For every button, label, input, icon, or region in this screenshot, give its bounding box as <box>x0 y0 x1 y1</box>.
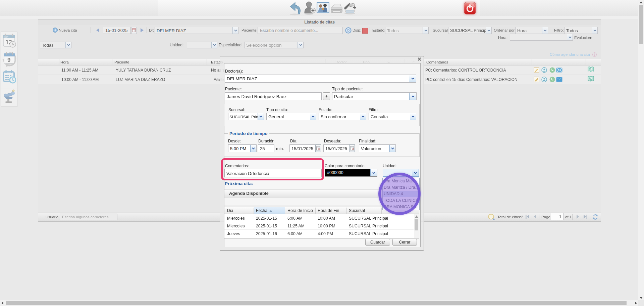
svg-text:9: 9 <box>590 68 592 70</box>
svg-text:9: 9 <box>7 57 10 63</box>
svg-text:SEP: SEP <box>4 36 8 38</box>
svg-text:9: 9 <box>590 77 592 80</box>
